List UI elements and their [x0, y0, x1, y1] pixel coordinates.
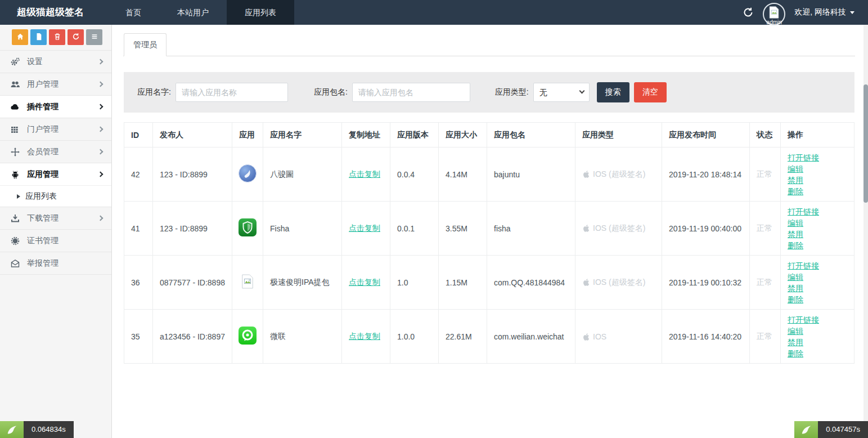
package-name-input[interactable] [352, 83, 470, 102]
cell-version: 1.0.0 [390, 310, 439, 364]
tab-admin[interactable]: 管理员 [124, 33, 167, 56]
col-package: 应用包名 [487, 123, 575, 148]
disable-action[interactable]: 禁用 [788, 283, 847, 294]
col-type: 应用类型 [575, 123, 662, 148]
cell-type: IOS (超级签名) [575, 148, 662, 202]
android-icon [10, 169, 20, 180]
nav-item-app-list[interactable]: 应用列表 [227, 0, 294, 25]
sidebar-item-label: 插件管理 [27, 102, 98, 112]
col-size: 应用大小 [439, 123, 487, 148]
open-link-action[interactable]: 打开链接 [788, 260, 847, 271]
edit-action[interactable]: 编辑 [788, 271, 847, 283]
cell-published: 2019-11-19 00:10:32 [662, 256, 750, 310]
delete-action[interactable]: 删除 [788, 240, 847, 251]
apple-icon [582, 333, 590, 341]
status-badge: 正常 [750, 148, 781, 202]
cell-publisher: 123 - ID:8899 [153, 202, 232, 256]
delete-action[interactable]: 删除 [788, 294, 847, 305]
envelope-icon [10, 258, 20, 269]
list-button[interactable] [86, 29, 102, 45]
open-link-action[interactable]: 打开链接 [788, 152, 847, 163]
sidebar-subitem-app-list[interactable]: 应用列表 [0, 185, 111, 207]
nav-item-home[interactable]: 首页 [107, 0, 159, 25]
sidebar-item-user-mgmt[interactable]: 用户管理 [0, 73, 111, 95]
table-row: 41 123 - ID:8899 [124, 202, 854, 256]
cell-actions: 打开链接 编辑 禁用 删除 [781, 310, 854, 364]
chevron-right-icon [98, 216, 104, 221]
sidebar-item-app-mgmt[interactable]: 应用管理 [0, 163, 111, 185]
sidebar-item-report-mgmt[interactable]: 举报管理 [0, 252, 111, 274]
search-button[interactable]: 搜索 [597, 82, 629, 102]
trace-badge-right: 0.047457s [794, 421, 868, 438]
app-type-select[interactable]: 无 [533, 83, 590, 102]
cell-id: 42 [124, 148, 153, 202]
nav-item-site-users[interactable]: 本站用户 [159, 0, 227, 25]
apple-icon [582, 170, 590, 178]
cell-app-icon [232, 256, 263, 310]
copy-url-link[interactable]: 点击复制 [349, 224, 380, 233]
disable-action[interactable]: 禁用 [788, 175, 847, 186]
cell-package: com.weilian.weichat [487, 310, 575, 364]
new-file-button[interactable] [30, 29, 47, 45]
thinkphp-logo-icon[interactable] [794, 421, 818, 438]
delete-action[interactable]: 删除 [788, 348, 847, 359]
sidebar-item-download-mgmt[interactable]: 下载管理 [0, 207, 111, 229]
recycle-button[interactable] [68, 29, 84, 45]
delete-button[interactable] [49, 29, 65, 45]
cell-publisher: 0877577 - ID:8898 [153, 256, 232, 310]
table-row: 35 a123456 - ID:8897 [124, 310, 854, 364]
col-app: 应用 [232, 123, 263, 148]
certificate-icon [10, 236, 20, 246]
cell-id: 41 [124, 202, 153, 256]
edit-action[interactable]: 编辑 [788, 217, 847, 229]
sidebar-item-portal-mgmt[interactable]: 门户管理 [0, 118, 111, 140]
chevron-right-icon [98, 82, 104, 87]
cell-published: 2019-11-19 00:40:00 [662, 202, 750, 256]
cell-size: 1.15M [439, 256, 487, 310]
sidebar-item-member-mgmt[interactable]: 会员管理 [0, 140, 111, 163]
sidebar-item-certificate-mgmt[interactable]: 证书管理 [0, 229, 111, 252]
disable-action[interactable]: 禁用 [788, 229, 847, 240]
cell-publisher: a123456 - ID:8897 [153, 310, 232, 364]
open-link-action[interactable]: 打开链接 [788, 314, 847, 325]
sidebar-item-settings[interactable]: 设置 [0, 50, 111, 73]
delete-action[interactable]: 删除 [788, 186, 847, 197]
list-icon [91, 33, 98, 42]
thinkphp-logo-icon[interactable] [0, 421, 24, 438]
sidebar: 设置 用户管理 插件管理 门户管理 [0, 25, 112, 438]
cell-type: IOS (超级签名) [575, 256, 662, 310]
chevron-right-icon [98, 149, 104, 155]
table-header-row: ID 发布人 应用 应用名字 复制地址 应用版本 应用大小 应用包名 应用类型 … [124, 123, 854, 148]
status-badge: 正常 [750, 256, 781, 310]
copy-url-link[interactable]: 点击复制 [349, 169, 380, 178]
sidebar-item-plugin-mgmt[interactable]: 插件管理 [0, 95, 111, 118]
avatar[interactable]: admin [763, 3, 785, 25]
copy-url-link[interactable]: 点击复制 [349, 332, 380, 341]
edit-action[interactable]: 编辑 [788, 163, 847, 175]
package-name-label: 应用包名: [314, 87, 348, 97]
clear-button[interactable]: 清空 [634, 82, 667, 102]
navbar-right: admin 欢迎, 网络科技 [743, 0, 868, 25]
home-button[interactable] [12, 29, 28, 45]
chevron-right-icon [98, 104, 104, 110]
cell-id: 36 [124, 256, 153, 310]
refresh-icon[interactable] [743, 7, 754, 18]
top-navbar: 超级猫超级签名 首页 本站用户 应用列表 admin 欢迎, 网络科技 [0, 0, 868, 25]
sidebar-item-label: 门户管理 [27, 124, 98, 135]
cell-id: 35 [124, 310, 153, 364]
edit-action[interactable]: 编辑 [788, 325, 847, 337]
disable-action[interactable]: 禁用 [788, 337, 847, 348]
cell-version: 0.0.4 [390, 148, 439, 202]
sidebar-item-label: 会员管理 [27, 147, 98, 157]
copy-url-link[interactable]: 点击复制 [349, 278, 380, 287]
sidebar-item-label: 设置 [27, 57, 98, 67]
open-link-action[interactable]: 打开链接 [788, 206, 847, 217]
scrollbar-thumb[interactable] [863, 84, 868, 203]
app-name-input[interactable] [176, 83, 288, 102]
app-name-label: 应用名字: [137, 87, 171, 97]
app-icon-fisha [237, 230, 258, 239]
user-menu[interactable]: 欢迎, 网络科技 [794, 7, 854, 17]
trace-badge-left: 0.064834s [0, 421, 74, 438]
cell-publisher: 123 - ID:8899 [153, 148, 232, 202]
col-publisher: 发布人 [153, 123, 232, 148]
